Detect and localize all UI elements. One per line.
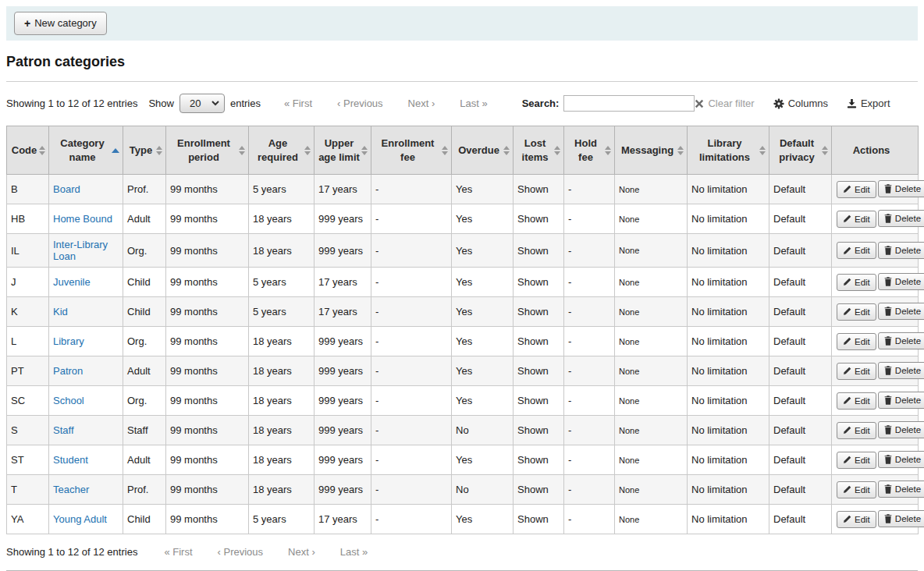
pagination-first[interactable]: « First — [284, 98, 312, 109]
category-link[interactable]: Patron — [53, 365, 83, 377]
column-header-overdue[interactable]: Overdue — [452, 126, 514, 175]
cell-default_privacy: Default — [769, 327, 832, 356]
cell-messaging: None — [615, 268, 688, 297]
cell-lost_items: Shown — [514, 268, 564, 297]
new-category-button[interactable]: + New category — [14, 12, 107, 35]
category-link[interactable]: Board — [53, 183, 80, 195]
delete-button[interactable]: Delete — [878, 242, 924, 259]
search-input[interactable] — [563, 95, 695, 112]
sort-both-icon — [822, 146, 828, 155]
category-link[interactable]: Young Adult — [53, 513, 107, 525]
export-label: Export — [861, 98, 890, 109]
edit-button[interactable]: Edit — [837, 363, 876, 380]
edit-button[interactable]: Edit — [837, 422, 876, 439]
columns-button[interactable]: Columns — [773, 98, 828, 109]
page-length-select[interactable]: 20 — [179, 94, 225, 113]
pagination-last[interactable]: Last » — [460, 98, 487, 109]
edit-button[interactable]: Edit — [837, 452, 876, 469]
cell-lost_items: Shown — [514, 234, 564, 268]
cell-enrollment_fee: - — [371, 475, 452, 505]
column-header-upper_age_limit[interactable]: Upper age limit — [315, 126, 371, 175]
export-button[interactable]: Export — [847, 98, 890, 109]
category-link[interactable]: Juvenile — [53, 276, 91, 288]
column-header-messaging[interactable]: Messaging — [615, 126, 688, 175]
column-header-code[interactable]: Code — [7, 126, 49, 175]
cell-enrollment_fee: - — [371, 268, 452, 297]
column-header-enrollment_period[interactable]: Enrollment period — [166, 126, 249, 175]
pagination-last-bottom[interactable]: Last » — [340, 546, 368, 558]
cell-actions: EditDelete — [832, 445, 919, 475]
trash-icon — [884, 514, 892, 523]
cell-library_limitations: No limitation — [688, 356, 769, 386]
pagination-next[interactable]: Next › — [408, 98, 435, 109]
cell-library_limitations: No limitation — [688, 175, 769, 204]
sort-both-icon — [677, 146, 684, 155]
table-row: BBoardProf.99 months5 years17 years-YesS… — [7, 175, 919, 204]
column-header-library_limitations[interactable]: Library limitations — [688, 126, 769, 175]
delete-button[interactable]: Delete — [878, 392, 924, 409]
edit-button[interactable]: Edit — [837, 181, 876, 198]
delete-button[interactable]: Delete — [878, 451, 924, 468]
category-link[interactable]: Student — [53, 454, 88, 466]
delete-button[interactable]: Delete — [878, 303, 924, 320]
edit-button[interactable]: Edit — [837, 481, 876, 498]
category-link[interactable]: Kid — [53, 306, 68, 317]
cell-enrollment_period: 99 months — [166, 204, 249, 234]
cell-actions: EditDelete — [832, 356, 919, 386]
category-link[interactable]: School — [53, 395, 84, 406]
delete-button[interactable]: Delete — [878, 332, 924, 349]
delete-button[interactable]: Delete — [878, 481, 924, 498]
search-label: Search: — [522, 98, 560, 109]
cell-code: K — [7, 297, 49, 327]
cell-age_required: 18 years — [249, 416, 315, 445]
pagination-first-bottom[interactable]: « First — [164, 546, 192, 558]
pagination-previous[interactable]: ‹ Previous — [337, 98, 383, 109]
delete-button[interactable]: Delete — [878, 362, 924, 379]
delete-button[interactable]: Delete — [878, 273, 924, 290]
delete-button[interactable]: Delete — [878, 421, 924, 438]
edit-button[interactable]: Edit — [837, 333, 876, 350]
cell-name: Teacher — [49, 475, 123, 505]
cell-hold_fee: - — [564, 327, 615, 356]
cell-upper_age_limit: 999 years — [315, 445, 371, 475]
cell-messaging: None — [615, 356, 688, 386]
clear-filter-button[interactable]: Clear filter — [695, 98, 754, 109]
edit-button[interactable]: Edit — [837, 274, 876, 291]
edit-button[interactable]: Edit — [837, 511, 876, 528]
category-link[interactable]: Inter-Library Loan — [53, 239, 108, 262]
category-link[interactable]: Home Bound — [53, 213, 112, 225]
cell-name: Library — [49, 327, 123, 356]
cell-code: PT — [7, 356, 49, 386]
cell-type: Child — [123, 505, 166, 534]
cell-lost_items: Shown — [514, 386, 564, 416]
cell-actions: EditDelete — [832, 505, 919, 534]
pagination-next-bottom[interactable]: Next › — [288, 546, 315, 558]
column-header-default_privacy[interactable]: Default privacy — [769, 126, 832, 175]
edit-button[interactable]: Edit — [837, 242, 876, 259]
column-header-enrollment_fee[interactable]: Enrollment fee — [371, 126, 452, 175]
cell-upper_age_limit: 999 years — [315, 356, 371, 386]
delete-button[interactable]: Delete — [878, 510, 924, 527]
table-row: TTeacherProf.99 months18 years999 years-… — [7, 475, 919, 505]
category-link[interactable]: Teacher — [53, 484, 89, 495]
delete-button[interactable]: Delete — [878, 180, 924, 197]
column-label: Hold fee — [574, 137, 597, 163]
column-header-name[interactable]: Category name — [49, 126, 123, 175]
pagination-previous-bottom[interactable]: ‹ Previous — [218, 546, 264, 558]
column-header-type[interactable]: Type — [123, 126, 166, 175]
cell-actions: EditDelete — [832, 175, 919, 204]
column-header-hold_fee[interactable]: Hold fee — [564, 126, 615, 175]
delete-button[interactable]: Delete — [878, 210, 924, 227]
cell-upper_age_limit: 17 years — [315, 297, 371, 327]
cell-default_privacy: Default — [769, 175, 832, 204]
pencil-icon — [843, 396, 851, 405]
category-link[interactable]: Library — [53, 335, 84, 347]
column-header-age_required[interactable]: Age required — [249, 126, 315, 175]
edit-button[interactable]: Edit — [837, 211, 876, 228]
cell-code: SC — [7, 386, 49, 416]
category-link[interactable]: Staff — [53, 424, 74, 436]
edit-button[interactable]: Edit — [837, 303, 876, 321]
cell-type: Org. — [123, 386, 166, 416]
edit-button[interactable]: Edit — [837, 392, 876, 410]
column-header-lost_items[interactable]: Lost items — [514, 126, 564, 175]
